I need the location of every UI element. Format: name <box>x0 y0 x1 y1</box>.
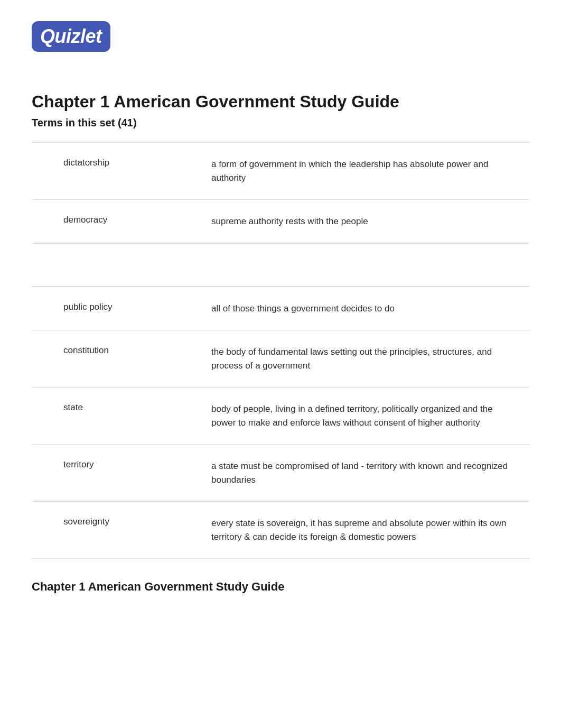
footer-title: Chapter 1 American Government Study Guid… <box>32 575 529 594</box>
term-state: state <box>32 388 190 428</box>
term-constitution: constitution <box>32 330 190 371</box>
terms-group-1: dictatorship a form of government in whi… <box>32 143 529 244</box>
term-row: territory a state must be compromised of… <box>32 445 529 502</box>
quizlet-logo[interactable]: Quizlet <box>32 21 110 52</box>
logo-container: Quizlet <box>32 21 529 71</box>
term-row: state body of people, living in a define… <box>32 388 529 445</box>
terms-count: Terms in this set (41) <box>32 117 529 129</box>
definition-territory: a state must be compromised of land - te… <box>190 445 529 501</box>
definition-constitution: the body of fundamental laws setting out… <box>190 330 529 387</box>
page-title: Chapter 1 American Government Study Guid… <box>32 92 529 112</box>
term-democracy: democracy <box>32 200 190 240</box>
spacer <box>32 244 529 286</box>
term-row: sovereignty every state is sovereign, it… <box>32 502 529 559</box>
term-row: democracy supreme authority rests with t… <box>32 200 529 244</box>
term-row: dictatorship a form of government in whi… <box>32 143 529 200</box>
term-territory: territory <box>32 445 190 485</box>
term-sovereignty: sovereignty <box>32 502 190 542</box>
definition-sovereignty: every state is sovereign, it has supreme… <box>190 502 529 558</box>
definition-state: body of people, living in a defined terr… <box>190 388 529 444</box>
terms-group-2: public policy all of those things a gove… <box>32 287 529 559</box>
term-dictatorship: dictatorship <box>32 143 190 183</box>
term-row: public policy all of those things a gove… <box>32 287 529 331</box>
definition-public-policy: all of those things a government decides… <box>190 287 529 330</box>
logo-text: Quizlet <box>40 25 102 47</box>
definition-dictatorship: a form of government in which the leader… <box>190 143 529 199</box>
term-row: constitution the body of fundamental law… <box>32 330 529 388</box>
term-public-policy: public policy <box>32 287 190 327</box>
definition-democracy: supreme authority rests with the people <box>190 200 529 243</box>
